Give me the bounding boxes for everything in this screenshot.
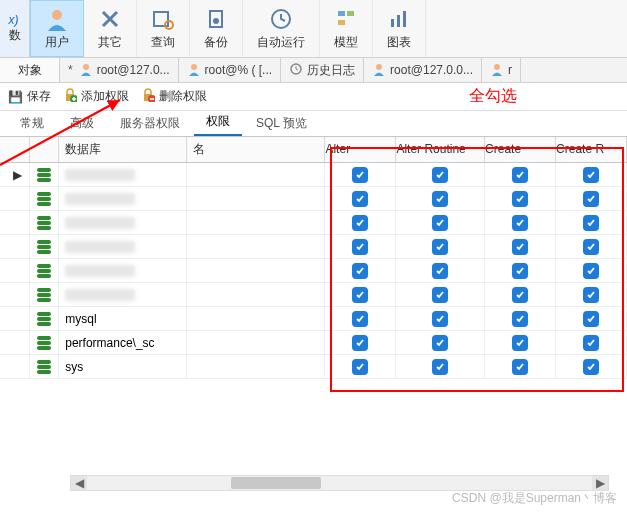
doc-tab[interactable]: r bbox=[482, 58, 521, 82]
fx-cell: x) 数 bbox=[0, 0, 30, 57]
checkbox-checked[interactable] bbox=[352, 311, 368, 327]
checkbox-checked[interactable] bbox=[583, 335, 599, 351]
scroll-left-icon[interactable]: ◀ bbox=[71, 476, 87, 490]
ribbon-model[interactable]: 模型 bbox=[320, 0, 373, 57]
table-row[interactable] bbox=[0, 211, 627, 235]
table-row[interactable] bbox=[0, 283, 627, 307]
inner-tab-2[interactable]: 服务器权限 bbox=[108, 111, 192, 136]
inner-tab-0[interactable]: 常规 bbox=[8, 111, 56, 136]
inner-tab-1[interactable]: 高级 bbox=[58, 111, 106, 136]
scroll-thumb[interactable] bbox=[231, 477, 321, 489]
checkbox-checked[interactable] bbox=[512, 239, 528, 255]
col-create-r[interactable]: Create R bbox=[556, 137, 627, 162]
checkbox-checked[interactable] bbox=[432, 287, 448, 303]
ribbon-label: 用户 bbox=[45, 34, 69, 51]
ribbon-backup[interactable]: 备份 bbox=[190, 0, 243, 57]
col-create[interactable]: Create bbox=[485, 137, 556, 162]
fx-label: x) bbox=[9, 13, 19, 27]
checkbox-checked[interactable] bbox=[432, 263, 448, 279]
checkbox-checked[interactable] bbox=[432, 215, 448, 231]
checkbox-checked[interactable] bbox=[512, 287, 528, 303]
checkbox-checked[interactable] bbox=[583, 311, 599, 327]
checkbox-checked[interactable] bbox=[352, 191, 368, 207]
checkbox-checked[interactable] bbox=[432, 167, 448, 183]
svg-rect-10 bbox=[403, 11, 406, 27]
checkbox-checked[interactable] bbox=[512, 359, 528, 375]
checkbox-checked[interactable] bbox=[512, 263, 528, 279]
model-icon bbox=[334, 6, 358, 32]
table-row[interactable] bbox=[0, 259, 627, 283]
ribbon-chart[interactable]: 图表 bbox=[373, 0, 426, 57]
checkbox-checked[interactable] bbox=[583, 215, 599, 231]
doc-tab[interactable]: 历史日志 bbox=[281, 58, 364, 82]
database-icon bbox=[37, 240, 51, 254]
table-row[interactable]: ▶ bbox=[0, 163, 627, 187]
lock-delete-icon bbox=[141, 88, 155, 105]
checkbox-checked[interactable] bbox=[432, 359, 448, 375]
table-row[interactable]: performance\_sc bbox=[0, 331, 627, 355]
svg-point-3 bbox=[213, 18, 219, 24]
watermark: CSDN @我是Superman丶博客 bbox=[452, 490, 617, 507]
inner-tab-4[interactable]: SQL 预览 bbox=[244, 111, 319, 136]
checkbox-checked[interactable] bbox=[512, 191, 528, 207]
ribbon-autorun[interactable]: 自动运行 bbox=[243, 0, 320, 57]
history-icon bbox=[289, 62, 303, 79]
table-row[interactable]: mysql bbox=[0, 307, 627, 331]
person-icon bbox=[79, 62, 93, 79]
checkbox-checked[interactable] bbox=[512, 215, 528, 231]
svg-rect-9 bbox=[397, 15, 400, 27]
checkbox-checked[interactable] bbox=[352, 215, 368, 231]
checkbox-checked[interactable] bbox=[432, 239, 448, 255]
checkbox-checked[interactable] bbox=[583, 287, 599, 303]
backup-icon bbox=[204, 6, 228, 32]
checkbox-checked[interactable] bbox=[512, 311, 528, 327]
checkbox-checked[interactable] bbox=[432, 311, 448, 327]
table-row[interactable] bbox=[0, 187, 627, 211]
table-row[interactable] bbox=[0, 235, 627, 259]
doc-tab[interactable]: root@% ( [... bbox=[179, 58, 282, 82]
privilege-grid: 数据库 名 Alter Alter Routine Create Create … bbox=[0, 137, 627, 379]
database-icon bbox=[37, 336, 51, 350]
ribbon-user[interactable]: 用户 bbox=[30, 0, 84, 57]
fx-sub: 数 bbox=[9, 28, 21, 42]
checkbox-checked[interactable] bbox=[352, 167, 368, 183]
checkbox-checked[interactable] bbox=[583, 239, 599, 255]
table-row[interactable]: sys bbox=[0, 355, 627, 379]
objects-tab[interactable]: 对象 bbox=[0, 58, 60, 82]
checkbox-checked[interactable] bbox=[352, 335, 368, 351]
horizontal-scrollbar[interactable]: ◀ ▶ bbox=[70, 475, 609, 491]
delete-privilege-button[interactable]: 删除权限 bbox=[141, 88, 207, 105]
user-icon bbox=[45, 6, 69, 32]
checkbox-checked[interactable] bbox=[512, 335, 528, 351]
checkbox-checked[interactable] bbox=[352, 287, 368, 303]
col-alter-routine[interactable]: Alter Routine bbox=[396, 137, 485, 162]
col-alter[interactable]: Alter bbox=[325, 137, 396, 162]
checkbox-checked[interactable] bbox=[352, 239, 368, 255]
add-privilege-button[interactable]: 添加权限 bbox=[63, 88, 129, 105]
checkbox-checked[interactable] bbox=[432, 335, 448, 351]
inner-tab-3[interactable]: 权限 bbox=[194, 109, 242, 136]
save-icon: 💾 bbox=[8, 90, 23, 104]
lock-add-icon bbox=[63, 88, 77, 105]
doc-tab[interactable]: root@127.0... bbox=[60, 58, 179, 82]
ribbon-query[interactable]: 查询 bbox=[137, 0, 190, 57]
svg-point-14 bbox=[376, 64, 382, 70]
col-database[interactable]: 数据库 bbox=[59, 137, 187, 162]
checkbox-checked[interactable] bbox=[352, 263, 368, 279]
col-name[interactable]: 名 bbox=[187, 137, 325, 162]
checkbox-checked[interactable] bbox=[432, 191, 448, 207]
document-tabstrip: 对象 root@127.0...root@% ( [...历史日志root@12… bbox=[0, 58, 627, 83]
checkbox-checked[interactable] bbox=[583, 167, 599, 183]
checkbox-checked[interactable] bbox=[512, 167, 528, 183]
checkbox-checked[interactable] bbox=[352, 359, 368, 375]
action-toolbar: 💾 保存 添加权限 删除权限 全勾选 bbox=[0, 83, 627, 111]
scroll-right-icon[interactable]: ▶ bbox=[592, 476, 608, 490]
doc-tab[interactable]: root@127.0.0... bbox=[364, 58, 482, 82]
svg-point-15 bbox=[494, 64, 500, 70]
ribbon-other[interactable]: 其它 bbox=[84, 0, 137, 57]
clock-icon bbox=[269, 6, 293, 32]
save-button[interactable]: 💾 保存 bbox=[8, 88, 51, 105]
checkbox-checked[interactable] bbox=[583, 263, 599, 279]
checkbox-checked[interactable] bbox=[583, 191, 599, 207]
checkbox-checked[interactable] bbox=[583, 359, 599, 375]
